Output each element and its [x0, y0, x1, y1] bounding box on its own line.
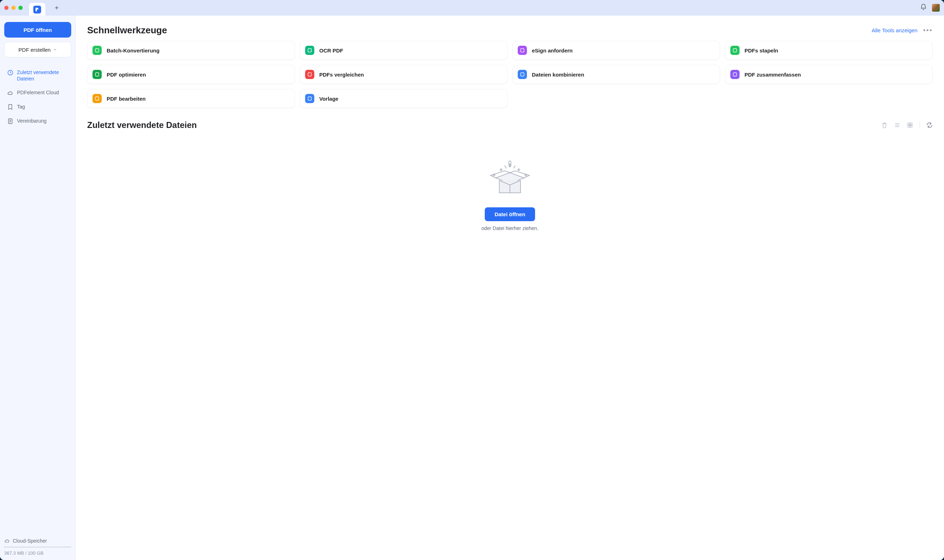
empty-box-icon	[483, 155, 537, 201]
sidebar-footer: Cloud-Speicher 367.3 MB / 100 GB	[4, 534, 71, 556]
tool-card-optimize[interactable]: PDF optimieren	[87, 65, 295, 84]
svg-rect-15	[910, 125, 912, 127]
svg-rect-10	[95, 97, 98, 100]
notifications-icon[interactable]	[920, 3, 927, 12]
close-window-button[interactable]	[4, 6, 9, 10]
minimize-window-button[interactable]	[11, 6, 15, 10]
combine-icon	[518, 70, 527, 79]
quick-tools-title: Schnellwerkzeuge	[87, 25, 167, 36]
sidebar-item-label: Tag	[17, 104, 25, 110]
compare-icon	[305, 70, 314, 79]
cloud-icon	[4, 538, 10, 544]
tool-label: PDF optimieren	[107, 72, 146, 78]
batch-convert-icon	[92, 46, 102, 55]
tool-label: PDF bearbeiten	[107, 96, 146, 102]
svg-rect-14	[908, 125, 910, 127]
tool-label: OCR PDF	[319, 48, 343, 54]
sidebar-nav: Zuletzt verwendete Dateien PDFelement Cl…	[4, 67, 71, 127]
avatar[interactable]	[932, 4, 940, 12]
sidebar-item-cloud[interactable]: PDFelement Cloud	[4, 87, 71, 99]
cloud-storage-label: Cloud-Speicher	[13, 538, 47, 544]
svg-rect-3	[308, 49, 311, 52]
window-controls	[4, 6, 23, 10]
storage-quota: 367.3 MB / 100 GB	[4, 551, 71, 556]
tool-label: Vorlage	[319, 96, 338, 102]
svg-rect-12	[908, 123, 910, 125]
tool-card-esign[interactable]: eSign anfordern	[512, 41, 720, 60]
svg-rect-6	[95, 73, 98, 76]
app-logo-icon	[33, 6, 41, 14]
svg-rect-4	[521, 49, 524, 52]
clock-icon	[7, 69, 14, 76]
sidebar-item-recent[interactable]: Zuletzt verwendete Dateien	[4, 67, 71, 85]
svg-rect-5	[733, 49, 736, 52]
svg-rect-9	[733, 73, 736, 76]
delete-icon[interactable]	[881, 122, 888, 128]
template-icon	[305, 94, 314, 103]
svg-rect-8	[521, 73, 524, 76]
svg-rect-2	[95, 49, 98, 52]
svg-rect-13	[910, 123, 912, 125]
sidebar: PDF öffnen PDF erstellen Zuletzt verwend…	[0, 15, 76, 560]
sidebar-item-agreement[interactable]: Vereinbarung	[4, 115, 71, 127]
create-pdf-label: PDF erstellen	[18, 47, 51, 53]
empty-state: Datei öffnen oder Datei hierher ziehen.	[87, 134, 933, 231]
bookmark-icon	[7, 104, 14, 110]
tool-card-summarize[interactable]: PDF zusammenfassen	[725, 65, 933, 84]
home-tab[interactable]	[29, 3, 45, 15]
recent-actions	[881, 122, 933, 129]
maximize-window-button[interactable]	[18, 6, 23, 10]
open-pdf-button[interactable]: PDF öffnen	[4, 22, 71, 38]
document-icon	[7, 118, 14, 125]
grid-view-icon[interactable]	[907, 122, 913, 128]
sidebar-item-label: PDFelement Cloud	[17, 90, 59, 96]
ocr-pdf-icon	[305, 46, 314, 55]
tool-label: Batch-Konvertierung	[107, 48, 160, 54]
sidebar-item-label: Vereinbarung	[17, 118, 46, 125]
refresh-icon[interactable]	[926, 122, 933, 128]
tool-card-batch-convert[interactable]: Batch-Konvertierung	[87, 41, 295, 60]
edit-icon	[92, 94, 102, 103]
list-view-icon[interactable]	[894, 122, 900, 128]
create-pdf-button[interactable]: PDF erstellen	[4, 42, 71, 57]
drop-hint: oder Datei hierher ziehen.	[481, 225, 538, 231]
esign-icon	[518, 46, 527, 55]
more-icon[interactable]: •••	[923, 26, 933, 34]
sidebar-item-label: Zuletzt verwendete Dateien	[17, 69, 68, 82]
stack-icon	[730, 46, 740, 55]
tool-card-stack[interactable]: PDFs stapeln	[725, 41, 933, 60]
tool-card-ocr-pdf[interactable]: OCR PDF	[300, 41, 507, 60]
main-content: Schnellwerkzeuge Alle Tools anzeigen •••…	[76, 15, 944, 560]
recent-files-title: Zuletzt verwendete Dateien	[87, 120, 197, 130]
separator	[919, 122, 920, 129]
tool-card-combine[interactable]: Dateien kombinieren	[512, 65, 720, 84]
tool-label: PDF zusammenfassen	[744, 72, 801, 78]
svg-rect-7	[308, 73, 311, 76]
svg-rect-11	[308, 97, 311, 100]
cloud-icon	[7, 90, 14, 96]
open-file-button[interactable]: Datei öffnen	[485, 207, 535, 221]
new-tab-button[interactable]	[51, 2, 62, 14]
tool-label: eSign anfordern	[532, 48, 573, 54]
app-window: PDF öffnen PDF erstellen Zuletzt verwend…	[0, 0, 944, 560]
cloud-storage-row[interactable]: Cloud-Speicher	[4, 538, 71, 544]
tool-label: PDFs vergleichen	[319, 72, 364, 78]
tool-label: PDFs stapeln	[744, 48, 778, 54]
optimize-icon	[92, 70, 102, 79]
tool-card-compare[interactable]: PDFs vergleichen	[300, 65, 507, 84]
summarize-icon	[730, 70, 740, 79]
tool-label: Dateien kombinieren	[532, 72, 584, 78]
chevron-down-icon	[53, 48, 57, 52]
quick-tools-grid: Batch-KonvertierungOCR PDFeSign anforder…	[87, 41, 933, 108]
titlebar	[0, 0, 944, 15]
tool-card-edit[interactable]: PDF bearbeiten	[87, 89, 295, 108]
storage-progress	[4, 546, 71, 548]
show-all-tools-link[interactable]: Alle Tools anzeigen	[872, 27, 918, 33]
tool-card-template[interactable]: Vorlage	[300, 89, 507, 108]
sidebar-item-tag[interactable]: Tag	[4, 101, 71, 113]
